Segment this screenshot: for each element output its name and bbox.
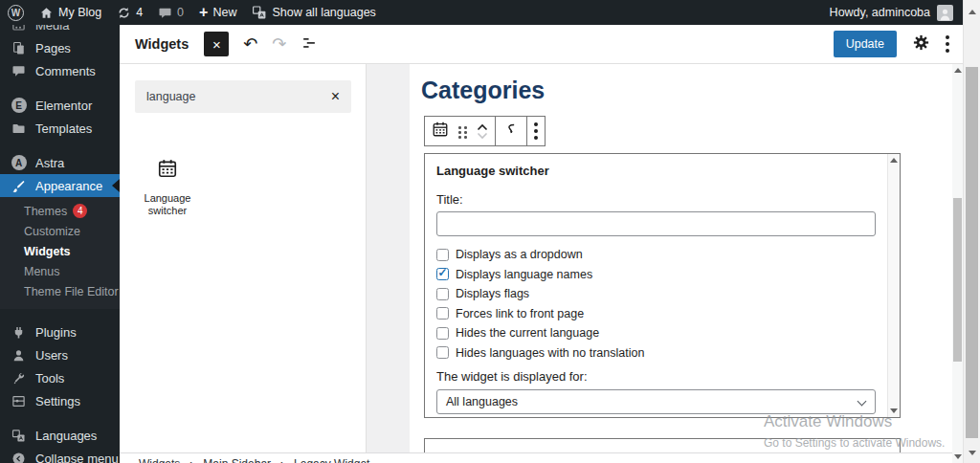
update-icon	[117, 6, 131, 20]
new-label: New	[212, 6, 236, 19]
sidebar-item-label: Elementor	[35, 99, 92, 113]
sidebar-item-templates[interactable]: Templates	[0, 117, 120, 140]
wp-logo-menu[interactable]: W	[0, 0, 32, 25]
selected-value: All languages	[446, 395, 518, 408]
title-label: Title:	[436, 192, 876, 207]
next-widget-block[interactable]	[424, 438, 901, 453]
sidebar-item-comments[interactable]: Comments	[0, 59, 120, 82]
breadcrumb-main-sidebar[interactable]: Main Sidebar	[203, 457, 271, 463]
site-name-label: My Blog	[58, 6, 101, 19]
submenu-item-customize[interactable]: Customize	[0, 221, 120, 241]
submenu-item-widgets[interactable]: Widgets	[0, 241, 120, 261]
sidebar-item-settings[interactable]: Settings	[0, 389, 120, 412]
widget-area-title: Categories	[421, 77, 952, 104]
updates-menu[interactable]: 4	[109, 0, 150, 25]
media-icon	[11, 25, 27, 33]
displayed-for-select[interactable]: All languages	[436, 389, 876, 414]
page-title: Widgets	[135, 36, 189, 52]
update-button[interactable]: Update	[834, 31, 897, 57]
show-all-languages-label: Show all languages	[272, 6, 375, 19]
checkbox-displays-language-names[interactable]: ✓	[436, 268, 449, 280]
languages-icon	[11, 429, 27, 443]
checkbox-displays-flags[interactable]: ✓	[436, 288, 449, 300]
sidebar-item-label: Templates	[35, 121, 92, 136]
list-view-button[interactable]	[301, 34, 318, 55]
new-content-menu[interactable]: + New	[191, 0, 244, 25]
checkbox-hides-no-translation[interactable]: ✓	[436, 346, 449, 359]
clear-search-button[interactable]: ×	[331, 88, 340, 105]
widget-area-canvas: Categories	[410, 64, 952, 463]
scrollbar-thumb[interactable]	[966, 67, 978, 438]
option-row: ✓ Displays language names	[436, 265, 876, 285]
collapse-icon	[11, 452, 27, 463]
move-up-down-control[interactable]	[477, 123, 488, 140]
submenu-item-menus[interactable]: Menus	[0, 261, 120, 281]
options-menu-button[interactable]	[946, 42, 949, 46]
avatar[interactable]	[937, 5, 953, 21]
breadcrumb-widgets[interactable]: Widgets	[139, 457, 180, 463]
breadcrumb-legacy-widget[interactable]: Legacy Widget	[294, 457, 369, 463]
move-to-widget-area-button[interactable]	[502, 121, 520, 142]
sidebar-item-elementor[interactable]: E Elementor	[0, 94, 120, 117]
block-toolbar	[424, 116, 546, 146]
show-all-languages-menu[interactable]: Show all languages	[244, 0, 383, 25]
block-options-button[interactable]	[534, 129, 538, 133]
legacy-widget-form: Language switcher Title: ✓ Displays as a…	[424, 153, 901, 418]
site-name-menu[interactable]: My Blog	[32, 0, 109, 25]
scroll-up-arrow[interactable]	[969, 10, 976, 14]
tools-wrench-icon	[11, 371, 27, 386]
search-input[interactable]	[146, 90, 331, 103]
comments-menu[interactable]: 0	[150, 0, 191, 25]
displayed-for-label: The widget is displayed for:	[436, 369, 876, 384]
editor-scrollbar[interactable]	[952, 64, 963, 463]
checkbox-hides-current-language[interactable]: ✓	[436, 327, 449, 340]
scrollbar-thumb[interactable]	[953, 198, 962, 362]
panel-gap	[367, 64, 410, 463]
appearance-submenu: Themes 4 Customize Widgets Menus Theme F…	[0, 197, 120, 309]
option-row: ✓ Forces link to front page	[436, 304, 876, 324]
undo-button[interactable]: ↶	[243, 35, 257, 53]
howdy-label[interactable]: Howdy, admincoba	[830, 6, 930, 19]
form-scrollbar[interactable]	[887, 154, 900, 417]
sidebar-item-media[interactable]: Media	[0, 25, 120, 36]
pages-icon	[11, 41, 27, 55]
undo-icon: ↶	[243, 34, 257, 54]
sidebar-item-label: Plugins	[35, 325, 77, 340]
sidebar-item-pages[interactable]: Pages	[0, 36, 120, 59]
translation-icon	[252, 5, 267, 20]
sidebar-item-languages[interactable]: Languages	[0, 424, 120, 447]
option-row: ✓ Displays flags	[436, 284, 876, 304]
calendar-icon	[432, 121, 449, 138]
redo-button[interactable]: ↷	[272, 35, 286, 53]
close-inserter-button[interactable]: ×	[204, 32, 229, 56]
language-switcher-block-item[interactable]: Language switcher	[127, 158, 208, 216]
page-scrollbar[interactable]	[963, 0, 980, 463]
inserter-search[interactable]: ×	[135, 80, 351, 113]
scroll-down-arrow[interactable]	[969, 451, 976, 455]
close-icon: ×	[212, 36, 221, 53]
block-breadcrumb-bar: Widgets › Main Sidebar › Legacy Widget	[120, 452, 952, 463]
scroll-down-arrow[interactable]	[954, 454, 962, 459]
list-view-icon	[301, 34, 318, 52]
sidebar-item-tools[interactable]: Tools	[0, 366, 120, 389]
submenu-item-theme-file-editor[interactable]: Theme File Editor	[0, 281, 120, 301]
scroll-up-arrow[interactable]	[954, 68, 962, 73]
widget-title-input[interactable]	[436, 211, 876, 236]
checkbox-displays-as-dropdown[interactable]: ✓	[436, 249, 449, 261]
sidebar-item-appearance[interactable]: Appearance	[0, 174, 120, 197]
option-row: ✓ Displays as a dropdown	[436, 245, 876, 265]
chevron-down-icon	[477, 132, 488, 140]
sidebar-item-collapse-menu[interactable]: Collapse menu	[0, 447, 120, 463]
breadcrumb-separator-icon: ›	[280, 457, 284, 463]
sidebar-item-astra[interactable]: A Astra	[0, 151, 120, 174]
sidebar-item-label: Pages	[35, 41, 71, 55]
sidebar-item-plugins[interactable]: Plugins	[0, 320, 120, 343]
scroll-down-arrow[interactable]	[890, 408, 898, 413]
scroll-up-arrow[interactable]	[890, 158, 898, 163]
folder-icon	[11, 121, 27, 136]
block-type-button[interactable]	[432, 121, 449, 142]
settings-gear-button[interactable]	[912, 33, 930, 55]
submenu-item-themes[interactable]: Themes 4	[0, 201, 120, 221]
sidebar-item-users[interactable]: Users	[0, 343, 120, 366]
checkbox-forces-link-front-page[interactable]: ✓	[436, 307, 449, 320]
